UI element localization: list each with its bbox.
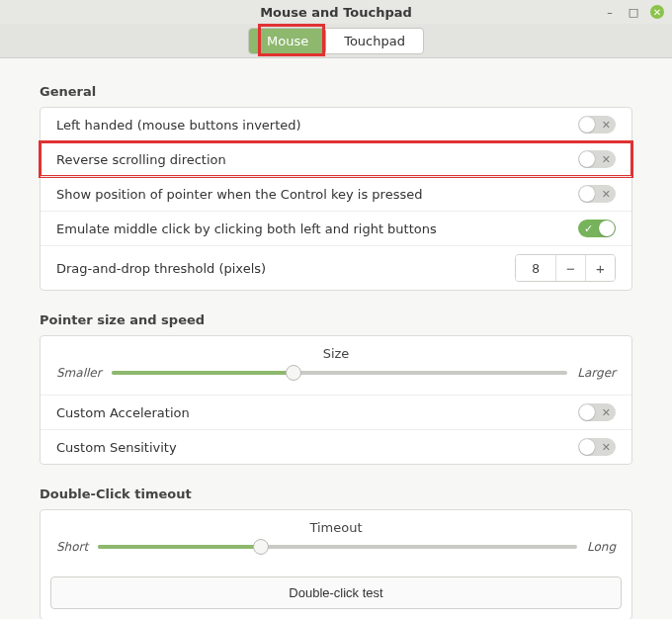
- row-show-position: Show position of pointer when the Contro…: [41, 176, 631, 211]
- row-left-handed: Left handed (mouse buttons inverted) ✕: [41, 108, 631, 141]
- row-emulate-middle: Emulate middle click by clicking both le…: [41, 211, 631, 245]
- stepper-increment[interactable]: +: [585, 255, 615, 281]
- section-title-pointer: Pointer size and speed: [40, 312, 632, 327]
- slider-end-long: Long: [587, 540, 616, 554]
- stepper-drag-threshold: − +: [515, 254, 616, 282]
- slider-wrap-timeout: Short Long: [56, 539, 616, 555]
- toggle-show-position[interactable]: ✕: [578, 185, 616, 203]
- toggle-knob: [579, 439, 595, 455]
- tab-touchpad[interactable]: Touchpad: [326, 29, 423, 53]
- stepper-decrement[interactable]: −: [555, 255, 585, 281]
- toggle-knob: [599, 221, 615, 236]
- titlebar: Mouse and Touchpad – □ ✕: [0, 0, 672, 24]
- toggle-off-icon: ✕: [602, 153, 611, 166]
- slider-fill: [98, 545, 261, 549]
- content-area: General Left handed (mouse buttons inver…: [0, 58, 672, 619]
- toggle-left-handed[interactable]: ✕: [578, 116, 616, 133]
- slider-wrap-size: Smaller Larger: [56, 365, 616, 381]
- toggle-custom-sensitivity[interactable]: ✕: [578, 438, 616, 456]
- toggle-knob: [579, 404, 595, 420]
- maximize-button[interactable]: □: [627, 5, 640, 19]
- panel-general: Left handed (mouse buttons inverted) ✕ R…: [40, 107, 632, 291]
- slider-end-larger: Larger: [577, 366, 616, 380]
- slider-thumb[interactable]: [286, 365, 301, 381]
- row-custom-sensitivity: Custom Sensitivity ✕: [41, 429, 631, 464]
- slider-end-smaller: Smaller: [56, 366, 102, 380]
- toggle-knob: [579, 151, 595, 167]
- slider-size[interactable]: [112, 365, 568, 381]
- slider-end-short: Short: [56, 540, 88, 554]
- slider-title-timeout: Timeout: [56, 520, 616, 535]
- toggle-knob: [579, 117, 595, 133]
- tab-group: Mouse Touchpad: [248, 28, 424, 54]
- row-custom-acceleration: Custom Acceleration ✕: [41, 395, 631, 429]
- toggle-off-icon: ✕: [602, 188, 611, 201]
- tab-mouse[interactable]: Mouse: [249, 29, 326, 53]
- toggle-off-icon: ✕: [602, 441, 611, 454]
- panel-doubleclick: Timeout Short Long Double-click test: [40, 509, 632, 619]
- label-reverse-scroll: Reverse scrolling direction: [56, 152, 226, 167]
- double-click-test-button[interactable]: Double-click test: [50, 576, 622, 609]
- slider-thumb[interactable]: [253, 539, 269, 555]
- row-reverse-scroll: Reverse scrolling direction ✕: [41, 141, 631, 176]
- close-button[interactable]: ✕: [650, 5, 664, 19]
- slider-title-size: Size: [56, 346, 616, 361]
- section-title-general: General: [40, 84, 632, 99]
- tabstrip: Mouse Touchpad: [0, 24, 672, 58]
- section-title-doubleclick: Double-Click timeout: [40, 486, 632, 501]
- toggle-custom-acceleration[interactable]: ✕: [578, 403, 616, 421]
- label-custom-sensitivity: Custom Sensitivity: [56, 440, 177, 455]
- label-drag-threshold: Drag-and-drop threshold (pixels): [56, 261, 266, 276]
- label-emulate-middle: Emulate middle click by clicking both le…: [56, 221, 437, 236]
- input-drag-threshold[interactable]: [516, 255, 555, 281]
- row-pointer-size: Size Smaller Larger: [41, 336, 631, 395]
- toggle-knob: [579, 186, 595, 202]
- toggle-off-icon: ✕: [602, 406, 611, 419]
- label-custom-acceleration: Custom Acceleration: [56, 405, 190, 420]
- slider-timeout[interactable]: [98, 539, 577, 555]
- row-doubleclick-timeout: Timeout Short Long: [41, 510, 631, 569]
- row-drag-threshold: Drag-and-drop threshold (pixels) − +: [41, 245, 631, 290]
- panel-pointer: Size Smaller Larger Custom Acceleration …: [40, 335, 632, 465]
- label-show-position: Show position of pointer when the Contro…: [56, 187, 422, 202]
- toggle-emulate-middle[interactable]: ✕: [578, 220, 616, 237]
- toggle-off-icon: ✕: [602, 119, 611, 132]
- toggle-reverse-scroll[interactable]: ✕: [578, 150, 616, 168]
- window-controls: – □ ✕: [603, 0, 664, 24]
- slider-fill: [112, 371, 294, 375]
- window-title: Mouse and Touchpad: [260, 5, 412, 20]
- label-left-handed: Left handed (mouse buttons inverted): [56, 118, 301, 133]
- minimize-button[interactable]: –: [603, 5, 617, 19]
